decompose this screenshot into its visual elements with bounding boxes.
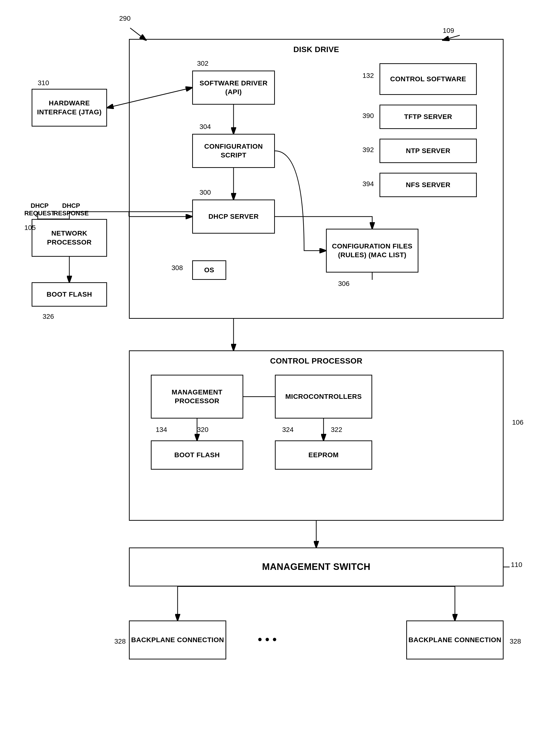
boot-flash-left-box: BOOT FLASH <box>32 282 107 307</box>
ref-390: 390 <box>362 112 374 120</box>
nfs-server-box: NFS SERVER <box>379 173 477 197</box>
microcontrollers-box: MICROCONTROLLERS <box>275 375 372 419</box>
ref-304: 304 <box>199 123 211 131</box>
svg-line-2 <box>130 28 146 40</box>
ref-300: 300 <box>199 188 211 196</box>
ref-290: 290 <box>119 15 131 22</box>
ref-328a: 328 <box>114 637 126 645</box>
management-processor-box: MANAGEMENT PROCESSOR <box>151 375 243 419</box>
disk-drive-label: DISK DRIVE <box>294 44 339 55</box>
ref-392: 392 <box>362 146 374 154</box>
ref-328b: 328 <box>510 637 521 645</box>
ref-110: 110 <box>511 561 522 569</box>
ref-109: 109 <box>443 27 454 34</box>
ref-106: 106 <box>512 419 524 426</box>
boot-flash-right-box: BOOT FLASH <box>151 440 243 470</box>
dhcp-response-label: DHCPRESPONSE <box>53 202 89 217</box>
ntp-server-box: NTP SERVER <box>379 139 477 163</box>
ref-302: 302 <box>197 59 208 67</box>
ref-394: 394 <box>362 180 374 188</box>
dhcp-request-label: DHCPREQUEST <box>24 202 55 217</box>
ref-134: 134 <box>156 426 167 434</box>
os-box: OS <box>192 260 226 280</box>
dots: • • • <box>258 633 276 646</box>
control-software-box: CONTROL SOFTWARE <box>379 63 477 95</box>
ref-322: 322 <box>331 426 342 434</box>
ref-306: 306 <box>338 280 350 288</box>
network-processor-box: NETWORK PROCESSOR <box>32 219 107 257</box>
eeprom-box: EEPROM <box>275 440 372 470</box>
ref-105: 105 <box>24 224 36 232</box>
backplane-left-box: BACKPLANE CONNECTION <box>129 620 226 659</box>
ref-308: 308 <box>172 264 183 272</box>
software-driver-box: SOFTWARE DRIVER (API) <box>192 70 275 105</box>
ref-324: 324 <box>282 426 294 434</box>
ref-326: 326 <box>42 313 54 320</box>
config-script-box: CONFIGURATION SCRIPT <box>192 134 275 168</box>
ref-320: 320 <box>197 426 208 434</box>
ref-132: 132 <box>362 72 374 80</box>
config-files-box: CONFIGURATION FILES (RULES) (MAC LIST) <box>326 229 418 273</box>
backplane-right-box: BACKPLANE CONNECTION <box>406 620 504 659</box>
tftp-server-box: TFTP SERVER <box>379 105 477 129</box>
management-switch-box: MANAGEMENT SWITCH <box>129 548 504 586</box>
hardware-interface-box: HARDWARE INTERFACE (JTAG) <box>32 89 107 127</box>
dhcp-server-box: DHCP SERVER <box>192 199 275 234</box>
ref-310: 310 <box>38 79 49 87</box>
